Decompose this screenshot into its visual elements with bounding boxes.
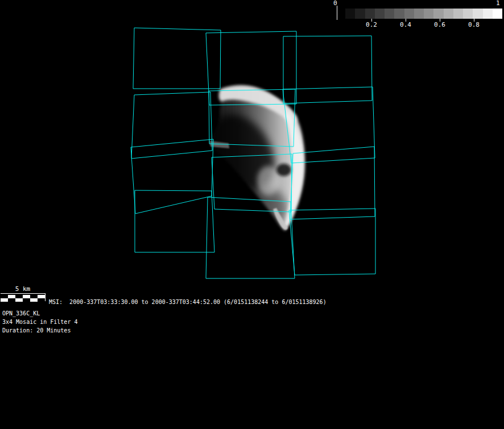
- asteroid-shape: [257, 166, 280, 195]
- scale-bar-checker-cell: [1, 298, 8, 302]
- sequence-info-block: OPN_336C_KL 3x4 Mosaic in Filter 4 Durat…: [2, 310, 77, 334]
- colorbar-step: [414, 9, 424, 19]
- scale-bar-label: 5 km: [0, 286, 46, 293]
- colorbar-step: [365, 9, 375, 19]
- mosaic-frame-footprint: [133, 28, 221, 89]
- planning-display-root: { "colorbar": { "min_label": "0", "max_l…: [0, 0, 504, 429]
- msi-status-line: MSI: 2000-337T03:33:30.00 to 2000-337T03…: [49, 299, 327, 305]
- colorbar-step: [444, 9, 453, 19]
- colorbar-zero-tick: [337, 6, 337, 20]
- scale-bar-checker-cell: [23, 298, 30, 302]
- colorbar-step: [385, 9, 394, 19]
- scale-bar-end-tick: [45, 293, 46, 301]
- scale-bar-checker-cell: [15, 298, 23, 302]
- colorbar-step: [424, 9, 433, 19]
- mosaic-frame-footprint: [289, 209, 375, 275]
- colorbar-step: [345, 9, 355, 19]
- scale-bar-checker-cell: [38, 298, 45, 302]
- colorbar-max-label: 1: [496, 0, 500, 7]
- scale-bar-line: [1, 293, 45, 294]
- colorbar-step: [394, 9, 404, 19]
- mosaic-display-canvas: [0, 0, 504, 429]
- duration-label: Duration: 20 Minutes: [2, 327, 77, 334]
- mosaic-frame-footprint: [131, 92, 212, 159]
- asteroid-shape: [276, 164, 291, 176]
- colorbar-step: [404, 9, 414, 19]
- mosaic-frame-footprint: [135, 190, 214, 252]
- mosaic-description: 3x4 Mosaic in Filter 4: [2, 319, 77, 325]
- colorbar-tick-label: 0.6: [434, 21, 445, 28]
- colorbar-step: [453, 9, 463, 19]
- colorbar-step: [433, 9, 443, 19]
- scale-bar-checker-cell: [30, 298, 38, 302]
- sequence-id: OPN_336C_KL: [2, 310, 77, 316]
- colorbar-step: [355, 9, 365, 19]
- colorbar-tick-label: 0.4: [400, 21, 411, 28]
- colorbar-tick-label: 0.8: [468, 21, 480, 28]
- colorbar-step: [375, 9, 385, 19]
- colorbar-step: [483, 9, 493, 19]
- scale-bar-checker: [1, 295, 45, 302]
- colorbar-step: [493, 9, 502, 19]
- mosaic-frame-footprint: [131, 139, 213, 214]
- colorbar-tick-label: 0.2: [366, 21, 377, 28]
- colorbar-step: [463, 9, 473, 19]
- colorbar-step: [473, 9, 482, 19]
- scale-bar-checker-cell: [8, 298, 15, 302]
- colorbar-gradient: [345, 9, 502, 19]
